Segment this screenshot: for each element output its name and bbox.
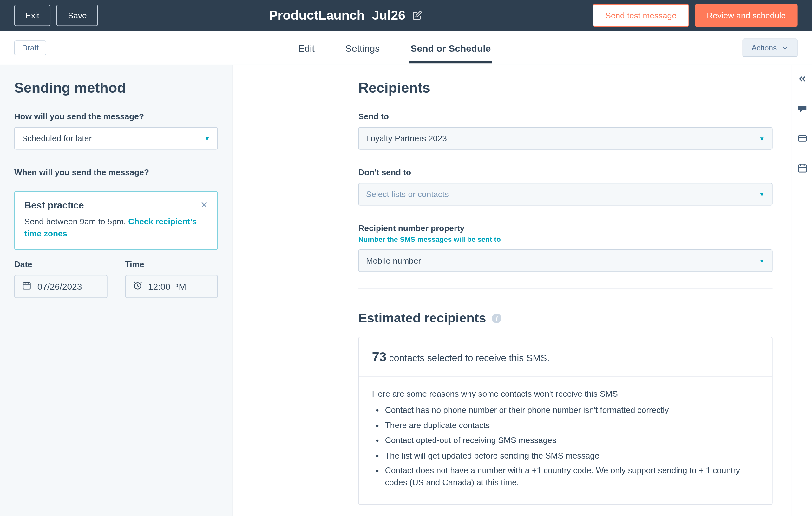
right-rail	[792, 65, 812, 516]
close-icon[interactable]	[200, 200, 209, 213]
caret-down-icon: ▼	[204, 135, 210, 142]
tab-settings[interactable]: Settings	[344, 32, 381, 63]
how-send-label: How will you send the message?	[14, 112, 218, 121]
clock-icon	[133, 280, 142, 292]
estimated-recipients-text: contacts selected to receive this SMS.	[389, 353, 550, 363]
calendar-rail-icon[interactable]	[797, 163, 808, 176]
reason-item: Contact does not have a number with a +1…	[385, 465, 759, 488]
chat-icon[interactable]	[797, 104, 808, 116]
svg-rect-9	[798, 165, 806, 172]
how-send-select[interactable]: Scheduled for later ▼	[14, 127, 218, 150]
estimated-recipients-title: Estimated recipients	[358, 311, 486, 326]
best-practice-callout: Best practice Send between 9am to 5pm. C…	[14, 191, 218, 249]
recipient-number-property-label: Recipient number property	[358, 223, 773, 233]
save-button[interactable]: Save	[56, 5, 98, 26]
collapse-rail-icon[interactable]	[797, 74, 808, 87]
dont-send-select[interactable]: Select lists or contacts ▼	[358, 183, 773, 205]
reason-item: The list will get updated before sending…	[385, 450, 759, 462]
actions-dropdown-button[interactable]: Actions	[743, 39, 798, 57]
svg-rect-2	[23, 282, 30, 289]
reason-item: Contact has no phone number or their pho…	[385, 404, 759, 416]
sendto-label: Send to	[358, 112, 773, 121]
estimated-recipients-count: 73	[372, 349, 387, 364]
callout-text: Send between 9am to 5pm.	[24, 217, 128, 226]
date-value: 07/26/2023	[37, 281, 82, 291]
recipient-number-property-value: Mobile number	[366, 256, 421, 265]
edit-title-icon[interactable]	[412, 11, 422, 20]
time-input[interactable]: 12:00 PM	[125, 275, 218, 298]
send-test-button[interactable]: Send test message	[593, 4, 689, 27]
tab-edit[interactable]: Edit	[297, 32, 316, 63]
reasons-intro: Here are some reasons why some contacts …	[372, 389, 759, 399]
svg-rect-7	[798, 136, 806, 141]
time-label: Time	[125, 259, 218, 269]
info-icon[interactable]: i	[492, 314, 501, 323]
actions-label: Actions	[751, 44, 777, 52]
caret-down-icon: ▼	[759, 135, 765, 142]
page-title: ProductLaunch_Jul26	[269, 8, 405, 23]
date-label: Date	[14, 259, 107, 269]
caret-down-icon: ▼	[759, 257, 765, 264]
calendar-icon	[22, 280, 31, 292]
dont-send-label: Don't send to	[358, 168, 773, 177]
recipient-number-property-sublabel: Number the SMS messages will be sent to	[358, 235, 773, 243]
reason-item: There are duplicate contacts	[385, 419, 759, 431]
exit-button[interactable]: Exit	[14, 5, 51, 26]
sending-method-title: Sending method	[14, 80, 218, 96]
recipients-panel: Recipients Send to Loyalty Partners 2023…	[232, 65, 791, 516]
when-send-label: When will you send the message?	[14, 168, 218, 177]
panel-icon[interactable]	[797, 133, 808, 146]
review-schedule-button[interactable]: Review and schedule	[695, 4, 798, 27]
sendto-select[interactable]: Loyalty Partners 2023 ▼	[358, 127, 773, 150]
dont-send-placeholder: Select lists or contacts	[366, 189, 449, 199]
caret-down-icon: ▼	[759, 191, 765, 198]
date-input[interactable]: 07/26/2023	[14, 275, 107, 298]
how-send-value: Scheduled for later	[22, 134, 92, 143]
sub-bar: Draft Edit Settings Send or Schedule Act…	[0, 31, 812, 65]
chevron-down-icon	[782, 44, 788, 51]
status-badge: Draft	[14, 40, 46, 55]
reason-item: Contact opted-out of receiving SMS messa…	[385, 435, 759, 446]
time-value: 12:00 PM	[148, 281, 186, 291]
recipient-number-property-select[interactable]: Mobile number ▼	[358, 249, 773, 272]
tab-send-or-schedule[interactable]: Send or Schedule	[409, 32, 492, 63]
sending-method-panel: Sending method How will you send the mes…	[0, 65, 232, 516]
sendto-value: Loyalty Partners 2023	[366, 134, 447, 143]
estimated-recipients-box: 73 contacts selected to receive this SMS…	[358, 337, 773, 505]
recipients-title: Recipients	[358, 80, 773, 96]
top-bar: Exit Save ProductLaunch_Jul26 Send test …	[0, 0, 812, 31]
callout-title: Best practice	[24, 200, 208, 211]
